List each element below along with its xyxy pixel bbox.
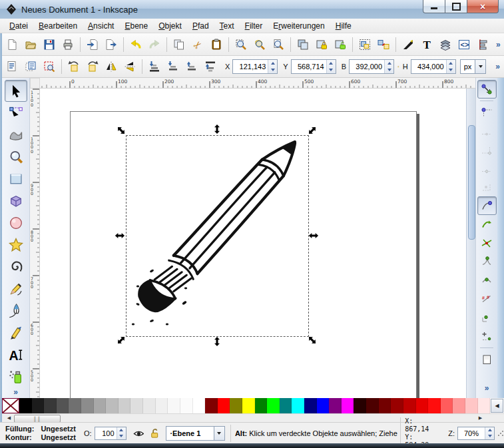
zoom-value[interactable]: 70% bbox=[458, 427, 485, 439]
print-button[interactable] bbox=[59, 35, 77, 54]
window-resize-grip[interactable] bbox=[497, 430, 504, 437]
menu-pfad[interactable]: Pfad bbox=[187, 19, 214, 33]
spiral-tool-button[interactable] bbox=[5, 256, 27, 278]
selection-handle-ne[interactable] bbox=[307, 125, 318, 136]
group-objects-button[interactable] bbox=[356, 35, 374, 54]
pencil-tool-button[interactable] bbox=[5, 278, 27, 300]
swatch-#ffffff[interactable] bbox=[193, 398, 206, 413]
layer-dropdown[interactable]: ·Ebene 1 bbox=[166, 426, 225, 441]
horizontal-ruler[interactable]: 0100200300400500600700800 bbox=[40, 78, 475, 89]
flip-vertical-button[interactable] bbox=[121, 57, 139, 76]
cut-button[interactable]: ✂ bbox=[188, 35, 207, 54]
palette-scrollbar-left-arrow[interactable]: ◀ bbox=[5, 415, 13, 421]
zoom-spinner[interactable] bbox=[485, 427, 494, 439]
y-field-spinner[interactable] bbox=[326, 60, 336, 73]
select-all-layers-button[interactable] bbox=[21, 57, 40, 76]
rotate-cw-button[interactable] bbox=[83, 57, 102, 76]
zoom-drawing-button[interactable] bbox=[250, 35, 269, 54]
snap-rotation-centers-button[interactable] bbox=[477, 327, 497, 345]
swatch-#1c1c1c[interactable] bbox=[32, 398, 45, 413]
opacity-spinner[interactable] bbox=[117, 427, 126, 439]
snap-toggle-button[interactable] bbox=[477, 80, 497, 99]
menu-objekt[interactable]: Objekt bbox=[153, 19, 187, 33]
swatch-#800000[interactable] bbox=[205, 398, 218, 413]
tweak-tool-button[interactable] bbox=[5, 124, 27, 146]
selection-handle-s[interactable] bbox=[212, 336, 222, 347]
menu-text[interactable]: Text bbox=[214, 19, 240, 33]
text-dialog-button[interactable]: T bbox=[417, 35, 436, 54]
swatch-#0000ff[interactable] bbox=[317, 398, 330, 413]
toolbar-overflow-button[interactable]: » bbox=[491, 62, 504, 71]
save-document-button[interactable] bbox=[40, 35, 59, 54]
layers-dialog-button[interactable] bbox=[436, 35, 455, 54]
toolbox-overflow-button[interactable]: » bbox=[9, 387, 22, 397]
selection-handle-e[interactable] bbox=[308, 230, 319, 241]
selection-handle-nw[interactable] bbox=[116, 125, 126, 136]
raise-button[interactable] bbox=[182, 57, 201, 76]
swatch-#8c8c8c[interactable] bbox=[81, 398, 94, 413]
selection-handle-se[interactable] bbox=[307, 335, 318, 345]
swatch-#260000[interactable] bbox=[354, 398, 366, 413]
swatch-#f0f0f0[interactable] bbox=[156, 398, 168, 413]
xml-editor-button[interactable]: <> bbox=[455, 35, 473, 54]
zoom-field[interactable]: 70% bbox=[457, 427, 495, 440]
zoom-tool-button[interactable] bbox=[5, 146, 27, 168]
raise-to-top-button[interactable] bbox=[201, 57, 220, 76]
swatch-#000080[interactable] bbox=[304, 398, 317, 413]
swatch-#008000[interactable] bbox=[255, 398, 268, 413]
command-toolbar-overflow-button[interactable]: » bbox=[492, 40, 504, 49]
snap-object-centers-button[interactable] bbox=[477, 308, 497, 327]
ellipse-tool-button[interactable] bbox=[5, 212, 27, 234]
new-document-button[interactable] bbox=[3, 35, 21, 54]
paste-button[interactable] bbox=[207, 35, 226, 54]
swatch-#383838[interactable] bbox=[44, 398, 57, 413]
unit-dropdown-arrow-icon[interactable] bbox=[475, 60, 485, 73]
swatch-#a8a8a8[interactable] bbox=[94, 398, 107, 413]
snap-page-border-button[interactable] bbox=[477, 350, 497, 369]
palette-scroll-left-button[interactable]: ◀ bbox=[491, 399, 503, 413]
selection-handle-sw[interactable] bbox=[116, 335, 126, 345]
align-dialog-button[interactable] bbox=[473, 35, 492, 54]
undo-button[interactable] bbox=[126, 35, 145, 54]
rect-tool-button[interactable] bbox=[5, 168, 27, 190]
swatch-#545454[interactable] bbox=[57, 398, 69, 413]
menu-datei[interactable]: Datei bbox=[4, 19, 33, 33]
vertical-ruler[interactable]: 11001000900800700600500 bbox=[30, 89, 40, 398]
create-clone-button[interactable] bbox=[312, 35, 331, 54]
export-button[interactable] bbox=[102, 35, 121, 54]
open-folder-button[interactable] bbox=[21, 35, 40, 54]
menu-hilfe[interactable]: Hilfe bbox=[330, 19, 357, 33]
swatch-#800080[interactable] bbox=[329, 398, 342, 413]
swatch-#ff9999[interactable] bbox=[453, 398, 465, 413]
width-field-spinner[interactable] bbox=[384, 60, 393, 73]
menu-ansicht[interactable]: Ansicht bbox=[83, 19, 119, 33]
import-button[interactable] bbox=[83, 35, 102, 54]
menu-ebene[interactable]: Ebene bbox=[119, 19, 153, 33]
layer-dropdown-arrow-icon[interactable] bbox=[214, 427, 224, 440]
maximize-button[interactable] bbox=[445, 0, 467, 13]
fill-stroke-indicator[interactable]: Füllung: Ungesetzt Kontur: Ungesetzt bbox=[5, 425, 76, 442]
pen-tool-button[interactable] bbox=[5, 300, 27, 322]
spray-tool-button[interactable] bbox=[5, 365, 27, 387]
swatch-#4d0000[interactable] bbox=[366, 398, 379, 413]
node-tool-button[interactable] bbox=[5, 102, 27, 124]
fill-stroke-dialog-button[interactable] bbox=[399, 35, 417, 54]
swatch-#ffe6e6[interactable] bbox=[478, 398, 491, 413]
swatch-#fbfbfb[interactable] bbox=[180, 398, 193, 413]
swatch-#bcbcbc[interactable] bbox=[106, 398, 119, 413]
layer-lock-icon[interactable] bbox=[149, 427, 160, 439]
zoom-page-button[interactable] bbox=[269, 35, 288, 54]
vertical-scrollbar-thumb[interactable] bbox=[468, 125, 475, 240]
selection-handle-n[interactable] bbox=[212, 124, 222, 134]
zoom-selection-button[interactable] bbox=[232, 35, 250, 54]
swatch-#ffc6c6[interactable] bbox=[465, 398, 478, 413]
copy-button[interactable] bbox=[170, 35, 188, 54]
opacity-value[interactable]: 100 bbox=[95, 427, 117, 439]
swatch-#ff0000[interactable] bbox=[218, 398, 230, 413]
vertical-scrollbar[interactable] bbox=[466, 89, 475, 398]
menu-bearbeiten[interactable]: Bearbeiten bbox=[33, 19, 83, 33]
swatch-#008080[interactable] bbox=[280, 398, 292, 413]
lower-to-bottom-button[interactable] bbox=[145, 57, 164, 76]
swatch-#e8e8e8[interactable] bbox=[143, 398, 156, 413]
ungroup-objects-button[interactable] bbox=[374, 35, 393, 54]
